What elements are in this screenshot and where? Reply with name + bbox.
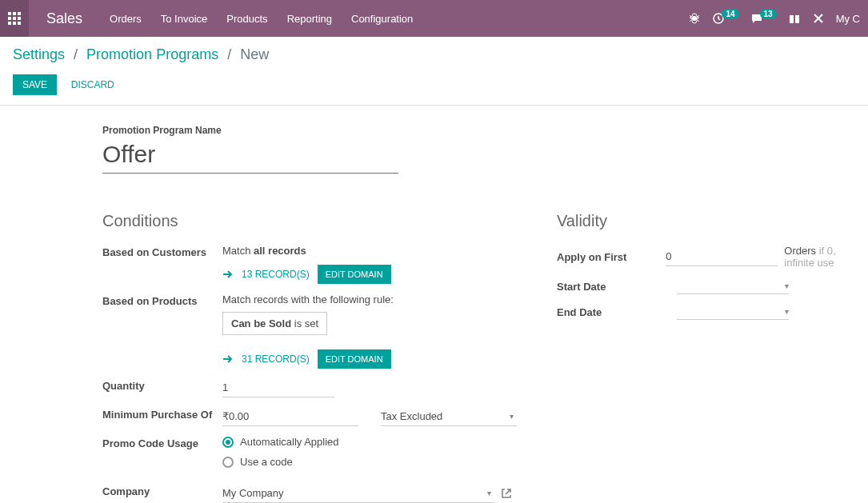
caret-down-icon: ▾ <box>487 489 491 497</box>
apply-first-input[interactable] <box>666 247 778 266</box>
bug-icon[interactable] <box>688 12 701 25</box>
messages-button[interactable]: 13 <box>750 12 777 25</box>
main-nav: Orders To Invoice Products Reporting Con… <box>100 0 422 37</box>
end-date-label: End Date <box>557 306 677 318</box>
gift-icon[interactable] <box>788 12 801 25</box>
quantity-label: Quantity <box>102 378 222 392</box>
customers-records-link[interactable]: 13 RECORD(S) <box>242 269 310 280</box>
company-label: Company <box>102 484 222 497</box>
tools-icon[interactable] <box>812 12 825 25</box>
products-records-link[interactable]: 31 RECORD(S) <box>242 353 310 365</box>
svg-rect-1 <box>13 12 16 15</box>
arrow-right-icon <box>222 354 234 364</box>
svg-rect-0 <box>8 12 11 15</box>
external-link-icon[interactable] <box>501 488 512 499</box>
svg-point-9 <box>692 16 697 21</box>
caret-down-icon: ▾ <box>785 281 789 290</box>
svg-rect-6 <box>8 22 11 25</box>
form-sheet: Promotion Program Name Conditions Based … <box>0 106 868 503</box>
breadcrumb-promotion-programs[interactable]: Promotion Programs <box>86 46 218 62</box>
systray: 14 13 My C <box>688 12 868 25</box>
radio-unchecked-icon <box>222 457 234 468</box>
svg-rect-4 <box>13 17 16 20</box>
based-on-customers-label: Based on Customers <box>102 245 222 258</box>
apps-menu-button[interactable] <box>0 0 29 37</box>
apply-first-label: Apply on First <box>557 251 666 263</box>
action-bar: SAVE DISCARD <box>0 63 868 106</box>
min-purchase-label: Minimum Purchase Of <box>102 407 222 421</box>
arrow-right-icon <box>222 269 234 279</box>
validity-title: Validity <box>557 212 868 230</box>
radio-checked-icon <box>222 437 234 448</box>
messages-badge: 13 <box>760 9 777 19</box>
breadcrumb: Settings / Promotion Programs / New <box>13 46 855 63</box>
activities-badge: 14 <box>722 9 738 19</box>
products-edit-domain-button[interactable]: EDIT DOMAIN <box>318 349 391 369</box>
promo-code-radio[interactable]: Use a code <box>222 456 518 468</box>
apps-icon <box>8 12 21 25</box>
promo-usage-label: Promo Code Usage <box>102 436 222 449</box>
customers-match-text: Match all records <box>222 245 518 257</box>
discard-button[interactable]: DISCARD <box>71 79 114 90</box>
products-match-text: Match records with the following rule: <box>222 293 518 305</box>
end-date-input[interactable]: ▾ <box>677 304 789 320</box>
breadcrumb-bar: Settings / Promotion Programs / New <box>0 37 868 63</box>
nav-reporting[interactable]: Reporting <box>278 0 342 37</box>
based-on-products-label: Based on Products <box>102 293 222 307</box>
nav-configuration[interactable]: Configuration <box>342 0 422 37</box>
svg-rect-13 <box>794 15 795 23</box>
breadcrumb-current: New <box>240 46 269 62</box>
conditions-title: Conditions <box>102 212 518 230</box>
start-date-input[interactable]: ▾ <box>677 278 789 294</box>
breadcrumb-settings[interactable]: Settings <box>13 46 65 62</box>
app-title[interactable]: Sales <box>29 10 100 27</box>
min-purchase-input[interactable] <box>222 407 358 426</box>
caret-down-icon: ▾ <box>785 307 789 316</box>
company-select[interactable] <box>222 484 494 503</box>
save-button[interactable]: SAVE <box>13 74 57 95</box>
svg-rect-3 <box>8 17 11 20</box>
svg-rect-2 <box>18 12 21 15</box>
name-label: Promotion Program Name <box>102 125 868 136</box>
nav-orders[interactable]: Orders <box>100 0 151 37</box>
activities-button[interactable]: 14 <box>712 12 738 25</box>
promotion-name-input[interactable] <box>102 141 398 174</box>
quantity-input[interactable] <box>222 378 334 397</box>
svg-rect-7 <box>13 22 16 25</box>
caret-down-icon: ▾ <box>510 412 514 421</box>
svg-rect-5 <box>18 17 21 20</box>
svg-rect-8 <box>18 22 21 25</box>
orders-suffix: Orders <box>784 245 816 257</box>
user-menu[interactable]: My C <box>836 13 860 25</box>
nav-products[interactable]: Products <box>217 0 277 37</box>
tax-select[interactable] <box>381 407 517 426</box>
nav-to-invoice[interactable]: To Invoice <box>151 0 218 37</box>
customers-edit-domain-button[interactable]: EDIT DOMAIN <box>318 265 391 284</box>
promo-auto-radio[interactable]: Automatically Applied <box>222 436 518 448</box>
topbar: Sales Orders To Invoice Products Reporti… <box>0 0 868 37</box>
start-date-label: Start Date <box>557 281 677 293</box>
domain-rule-chip[interactable]: Can be Sold is set <box>222 312 327 335</box>
